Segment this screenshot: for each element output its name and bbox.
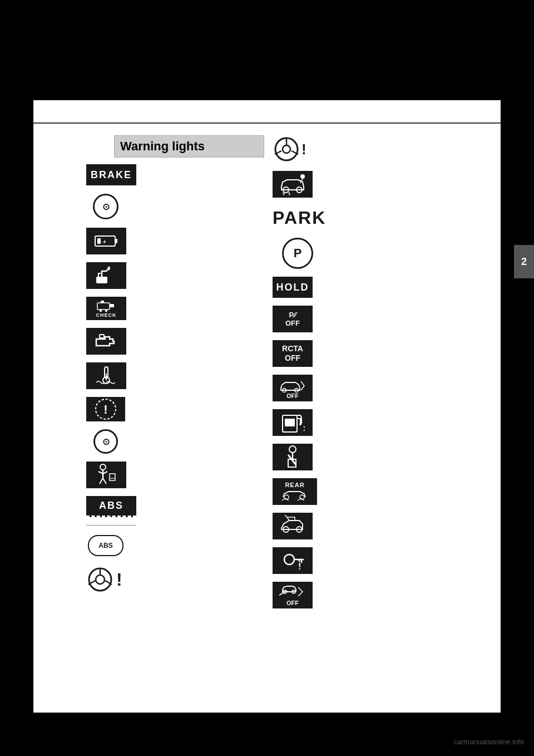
svg-rect-14 (106, 374, 107, 380)
top-rule (33, 122, 501, 124)
key-warning-icon: ! (273, 547, 313, 574)
watermark: carmanualsonline.info (454, 738, 524, 746)
right-icons-column: ! PARK P HOLD P∕∕ OFF RCTA OFF (273, 135, 323, 608)
svg-line-38 (298, 180, 300, 181)
hold-icon: HOLD (273, 277, 313, 298)
warning-lights-box: Warning lights (114, 135, 264, 158)
hill-descent-off-icon: OFF (273, 582, 313, 608)
svg-rect-8 (110, 304, 114, 307)
tire-pressure-icon: ! (86, 397, 125, 421)
info-warning-icon: ⊙ (86, 429, 125, 454)
svg-line-21 (100, 478, 103, 484)
svg-text:+: + (103, 239, 106, 245)
brake-icon: BRAKE (86, 164, 136, 185)
pre-collision-icon (86, 462, 126, 488)
left-icons-column: BRAKE ⊙ + (86, 164, 136, 593)
master-warning-icon: ⊙ (86, 193, 125, 220)
rcta-off-icon: RCTA OFF (273, 340, 313, 367)
fuel-level-icon (273, 409, 313, 436)
svg-line-22 (103, 478, 106, 484)
steering-warning-icon: ! (86, 566, 136, 593)
abs-circle-icon: ABS (86, 533, 125, 558)
steering-exclaim-top-icon: ! (273, 135, 323, 163)
svg-point-17 (100, 464, 106, 470)
check-engine-box-icon: CHECK (86, 297, 126, 320)
lda-off-icon: OFF (273, 375, 313, 401)
svg-rect-6 (97, 303, 110, 310)
abs-warning-icon: ABS (86, 496, 136, 517)
svg-point-43 (299, 423, 301, 425)
battery-icon: + (86, 228, 126, 254)
svg-point-5 (107, 267, 110, 269)
electric-park-brake-icon: P (273, 238, 323, 269)
parking-sensor-off-icon: P∕∕ OFF (273, 306, 313, 332)
section-tab: 2 (514, 245, 534, 278)
warning-lights-title: Warning lights (120, 139, 205, 154)
engine-malfunction-icon (86, 328, 126, 355)
svg-rect-1 (115, 239, 117, 243)
svg-rect-7 (101, 301, 104, 303)
svg-rect-2 (97, 238, 101, 244)
svg-rect-11 (100, 335, 104, 338)
svg-point-30 (283, 145, 290, 153)
svg-rect-9 (100, 310, 102, 312)
section-number: 2 (521, 256, 527, 268)
svg-rect-4 (96, 277, 107, 283)
svg-point-25 (96, 575, 105, 584)
seatbelt-icon (273, 444, 313, 470)
svg-rect-42 (285, 419, 295, 426)
coolant-temp-icon (86, 362, 126, 389)
svg-rect-10 (105, 310, 107, 312)
oil-pressure-icon (86, 262, 126, 289)
door-open-icon (273, 513, 313, 539)
svg-point-44 (289, 446, 296, 453)
svg-point-36 (300, 174, 305, 179)
park-text-icon: PARK (273, 205, 323, 230)
svg-text:!: ! (103, 402, 107, 416)
abs-divider (86, 525, 136, 526)
svg-point-50 (284, 554, 294, 564)
svg-text:!: ! (298, 562, 301, 571)
rear-cross-traffic-icon: REAR (273, 478, 317, 505)
traction-control-icon (273, 171, 313, 198)
